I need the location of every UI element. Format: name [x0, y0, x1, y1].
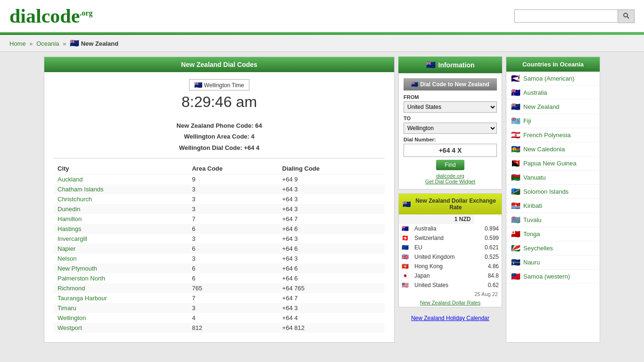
list-item: 🇵🇬 Papua New Guinea	[506, 156, 600, 171]
city-name[interactable]: Christchurch	[54, 194, 188, 204]
dial-number-label: Dial Number:	[404, 137, 497, 142]
city-name[interactable]: Richmond	[54, 283, 188, 293]
country-flag: 🇼🇸	[511, 272, 520, 281]
area-code-val: 9	[188, 174, 278, 185]
dialing-code-val: +64 812	[279, 323, 385, 333]
exchange-flag: 🇺🇸	[399, 280, 412, 290]
clock-time: 8:29:46 am	[44, 93, 394, 111]
dial-widget-title-text: Dial Code to New Zealand	[420, 81, 489, 88]
search-input[interactable]	[514, 9, 618, 23]
area-code-val: 6	[188, 263, 278, 273]
exchange-flag: 🇭🇰	[399, 262, 412, 271]
exchange-header: 🇳🇿 New Zealand Dollar Exchange Rate	[399, 194, 502, 214]
dialing-code-val: +64 9	[279, 174, 385, 185]
city-table: City Area Code Dialing Code Auckland 9 +…	[54, 163, 385, 333]
area-code-val: 6	[188, 224, 278, 234]
country-link[interactable]: Papua New Guinea	[523, 160, 577, 167]
country-link[interactable]: French Polynesia	[523, 132, 570, 139]
table-row: Hamilton 7 +64 7	[54, 214, 385, 224]
info-title: Information	[438, 61, 475, 69]
country-flag: 🇵🇬	[511, 159, 520, 168]
area-code-val: 765	[188, 283, 278, 293]
breadcrumb-current: New Zealand	[81, 40, 118, 47]
country-link[interactable]: Fiji	[523, 117, 531, 124]
city-name[interactable]: Nelson	[54, 254, 188, 263]
holiday-link: New Zealand Holiday Calendar	[398, 311, 502, 325]
country-flag: 🇵🇫	[511, 131, 520, 140]
breadcrumb-region[interactable]: Oceania	[36, 40, 59, 47]
list-item: 🇫🇯 Fiji	[506, 114, 600, 128]
exchange-link: New Zealand Dollar Rates	[399, 298, 502, 307]
table-row: Dunedin 3 +64 3	[54, 204, 385, 214]
city-name[interactable]: Hamilton	[54, 214, 188, 224]
exchange-row: 🇯🇵 Japan 84.8	[399, 271, 502, 280]
exchange-flag: 🇦🇺	[399, 224, 412, 233]
exchange-country: Switzerland	[412, 233, 474, 243]
from-select[interactable]: United States	[404, 101, 497, 113]
list-item: 🇦🇺 Australia	[506, 86, 600, 100]
table-row: Palmerston North 6 +64 6	[54, 273, 385, 283]
list-item: 🇹🇻 Tuvalu	[506, 213, 600, 227]
city-name[interactable]: Auckland	[54, 174, 188, 185]
search-button[interactable]	[618, 9, 635, 23]
table-row: Chatham Islands 3 +64 3	[54, 184, 385, 194]
country-link[interactable]: Australia	[523, 89, 547, 96]
city-name[interactable]: Invercargill	[54, 234, 188, 244]
dialing-code-val: +64 7	[279, 214, 385, 224]
city-name[interactable]: New Plymouth	[54, 263, 188, 273]
table-row: Richmond 765 +64 765	[54, 283, 385, 293]
dialing-code-val: +64 6	[279, 273, 385, 283]
country-link[interactable]: Seychelles	[523, 245, 553, 252]
country-link[interactable]: Solomon Islands	[523, 188, 569, 195]
exchange-country: Japan	[412, 271, 474, 280]
dialing-code-val: +64 7	[279, 293, 385, 303]
breadcrumb-flag: 🇳🇿	[70, 39, 79, 47]
city-name[interactable]: Dunedin	[54, 204, 188, 214]
city-name[interactable]: Chatham Islands	[54, 184, 188, 194]
country-link[interactable]: Vanuatu	[523, 174, 545, 181]
phone-info: New Zealand Phone Code: 64 Wellington Ar…	[44, 115, 394, 158]
breadcrumb-home[interactable]: Home	[9, 40, 26, 47]
country-link[interactable]: New Caledonia	[523, 146, 565, 153]
country-link[interactable]: Tuvalu	[523, 216, 542, 223]
country-link[interactable]: Nauru	[523, 259, 540, 266]
dialing-code-val: +64 3	[279, 204, 385, 214]
country-flag: 🇦🇸	[511, 74, 520, 83]
exchange-rate: 4.86	[474, 262, 502, 271]
city-name[interactable]: Napier	[54, 244, 188, 254]
to-select[interactable]: Wellington	[404, 123, 497, 134]
find-button[interactable]: Find	[436, 160, 464, 170]
country-link[interactable]: Tonga	[523, 230, 540, 238]
city-name[interactable]: Wellington	[54, 313, 188, 323]
city-name[interactable]: Tauranga Harbour	[54, 293, 188, 303]
city-name[interactable]: Hastings	[54, 224, 188, 234]
table-row: Timaru 3 +64 3	[54, 303, 385, 313]
country-link[interactable]: New Zealand	[523, 103, 560, 110]
country-flag: 🇸🇧	[511, 187, 520, 196]
exchange-rates-link[interactable]: New Zealand Dollar Rates	[420, 300, 480, 305]
city-name[interactable]: Timaru	[54, 303, 188, 313]
list-item: 🇻🇺 Vanuatu	[506, 171, 600, 185]
table-row: Westport 812 +64 812	[54, 323, 385, 333]
divider	[54, 158, 385, 158]
search-icon	[623, 12, 629, 19]
country-link[interactable]: Samoa (American)	[523, 75, 574, 82]
country-flag: 🇦🇺	[511, 88, 520, 97]
city-name[interactable]: Palmerston North	[54, 273, 188, 283]
dialcode-link[interactable]: dialcode.org	[436, 173, 464, 179]
table-row: Auckland 9 +64 9	[54, 174, 385, 185]
exchange-flag: 🇬🇧	[399, 252, 412, 262]
dial-number-display: +64 4 X	[404, 144, 497, 157]
site-logo[interactable]: dialcode.org	[9, 5, 92, 27]
info-header: 🇳🇿 Information	[398, 57, 502, 73]
main-layout: New Zealand Dial Codes 🇳🇿 Wellington Tim…	[39, 57, 605, 343]
city-name[interactable]: Westport	[54, 323, 188, 333]
table-row: Christchurch 3 +64 3	[54, 194, 385, 204]
holiday-calendar-link[interactable]: New Zealand Holiday Calendar	[411, 315, 489, 321]
widget-link: dialcode.org Get Dial Code Widget	[404, 173, 497, 184]
country-flag: 🇰🇮	[511, 201, 520, 210]
dialing-code-val: +64 3	[279, 254, 385, 263]
get-widget-link[interactable]: Get Dial Code Widget	[425, 179, 475, 184]
country-link[interactable]: Kiribati	[523, 202, 542, 209]
country-link[interactable]: Samoa (western)	[523, 273, 570, 280]
